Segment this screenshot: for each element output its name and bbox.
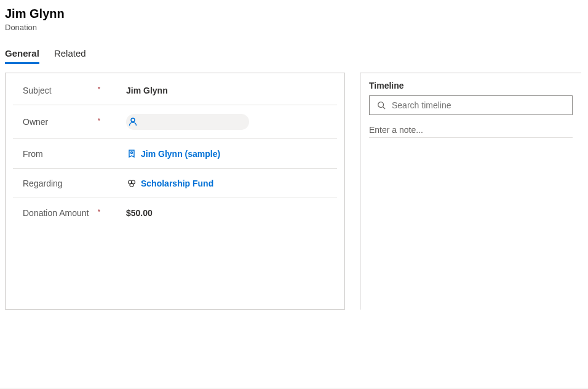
svg-line-6 (383, 107, 386, 110)
value-from[interactable]: Jim Glynn (sample) (111, 148, 337, 159)
label-subject: Subject * (13, 86, 111, 95)
timeline-search[interactable] (369, 95, 573, 115)
field-donation-amount[interactable]: Donation Amount * $50.00 (13, 198, 337, 228)
tab-bar: General Related (0, 33, 588, 64)
timeline-search-input[interactable] (392, 100, 566, 110)
field-owner[interactable]: Owner * (13, 105, 337, 139)
timeline-note-input[interactable]: Enter a note... (369, 122, 573, 138)
form-card: Subject * Jim Glynn Owner * (5, 73, 345, 310)
label-donation-amount: Donation Amount * (13, 208, 111, 218)
value-donation-amount[interactable]: $50.00 (111, 208, 337, 218)
label-from: From (13, 149, 111, 159)
from-link[interactable]: Jim Glynn (sample) (141, 149, 220, 159)
search-icon (376, 100, 387, 111)
field-subject[interactable]: Subject * Jim Glynn (13, 76, 337, 105)
value-owner[interactable] (111, 114, 337, 130)
required-mark: * (98, 208, 100, 215)
svg-point-0 (131, 118, 135, 122)
value-subject[interactable]: Jim Glynn (111, 86, 337, 95)
page-title: Jim Glynn (5, 6, 583, 22)
owner-lookup-pill[interactable] (126, 114, 249, 130)
entity-subtitle: Donation (5, 23, 583, 32)
field-regarding[interactable]: Regarding Scholarship Fund (13, 169, 337, 198)
required-mark: * (98, 86, 100, 93)
tab-general[interactable]: General (5, 48, 39, 64)
label-regarding: Regarding (13, 178, 111, 188)
person-icon (127, 116, 138, 127)
regarding-link[interactable]: Scholarship Fund (141, 178, 213, 188)
required-mark: * (98, 117, 100, 124)
label-owner: Owner * (13, 117, 111, 127)
field-from[interactable]: From Jim Glynn (sample) (13, 139, 337, 169)
value-regarding[interactable]: Scholarship Fund (111, 178, 337, 189)
timeline-title: Timeline (369, 81, 573, 90)
contact-icon (126, 148, 137, 159)
timeline-card: Timeline Enter a note... (360, 73, 581, 310)
svg-point-5 (378, 102, 384, 108)
svg-point-1 (131, 151, 133, 153)
tab-related[interactable]: Related (54, 48, 86, 64)
footer-divider (0, 388, 588, 388)
regarding-icon (126, 178, 137, 189)
